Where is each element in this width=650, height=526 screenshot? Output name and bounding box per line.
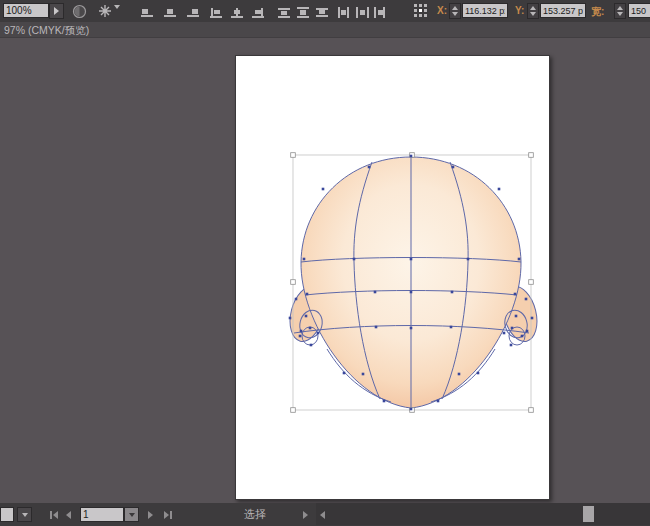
graphic-styles-icon[interactable] — [98, 4, 112, 22]
app-window: X: Y: 宽: 97% (CMYK/预览) — [0, 0, 650, 526]
x-input[interactable] — [462, 3, 508, 18]
first-artboard-button[interactable] — [50, 511, 58, 519]
align-vertical-center-icon[interactable] — [230, 5, 245, 18]
document-title-bar: 97% (CMYK/预览) — [0, 22, 650, 38]
y-stepper[interactable] — [527, 3, 539, 19]
distribute-vertical-top-icon[interactable] — [277, 5, 292, 18]
x-label: X: — [437, 5, 447, 16]
horizontal-scrollbar[interactable] — [316, 503, 650, 525]
distribute-horizontal-center-icon[interactable] — [355, 5, 370, 18]
scroll-left-arrow[interactable] — [320, 511, 325, 519]
align-vertical-bottom-icon[interactable] — [251, 5, 266, 18]
width-input[interactable] — [628, 3, 650, 18]
x-stepper[interactable] — [449, 3, 461, 19]
artboard-number-input[interactable] — [80, 507, 124, 522]
scrollbar-thumb[interactable] — [583, 506, 594, 522]
zoom-dropdown-button[interactable] — [49, 3, 64, 19]
tool-status-label: 选择 — [210, 503, 300, 526]
status-zoom-dropdown[interactable] — [17, 507, 32, 522]
next-artboard-button[interactable] — [148, 511, 153, 519]
zoom-input[interactable] — [3, 3, 49, 18]
distribute-vertical-bottom-icon[interactable] — [315, 5, 330, 18]
align-vertical-top-icon[interactable] — [209, 5, 224, 18]
last-artboard-button[interactable] — [164, 511, 172, 519]
reference-point-grid-icon[interactable] — [414, 4, 428, 22]
distribute-vertical-center-icon[interactable] — [296, 5, 311, 18]
document-title: 97% (CMYK/预览) — [4, 24, 89, 36]
width-stepper[interactable] — [614, 3, 626, 19]
y-input[interactable] — [540, 3, 586, 18]
control-bar: X: Y: 宽: — [0, 0, 650, 23]
status-zoom-box[interactable] — [0, 507, 14, 522]
y-label: Y: — [515, 5, 524, 16]
align-horizontal-right-icon[interactable] — [186, 5, 201, 18]
artboard-dropdown[interactable] — [124, 507, 139, 522]
previous-artboard-button[interactable] — [66, 511, 71, 519]
canvas-area[interactable] — [0, 38, 650, 503]
width-label: 宽: — [591, 5, 604, 19]
status-menu-arrow-icon[interactable] — [303, 511, 308, 519]
distribute-horizontal-right-icon[interactable] — [372, 5, 387, 18]
appearance-sphere-icon[interactable] — [72, 4, 87, 23]
distribute-horizontal-left-icon[interactable] — [336, 5, 351, 18]
align-horizontal-center-icon[interactable] — [163, 5, 178, 18]
status-bar: 选择 — [0, 503, 650, 526]
right-arrow-icon — [54, 7, 59, 15]
align-horizontal-left-icon[interactable] — [140, 5, 155, 18]
artwork-head-wireframe[interactable] — [236, 56, 551, 501]
artboard[interactable] — [235, 55, 550, 500]
